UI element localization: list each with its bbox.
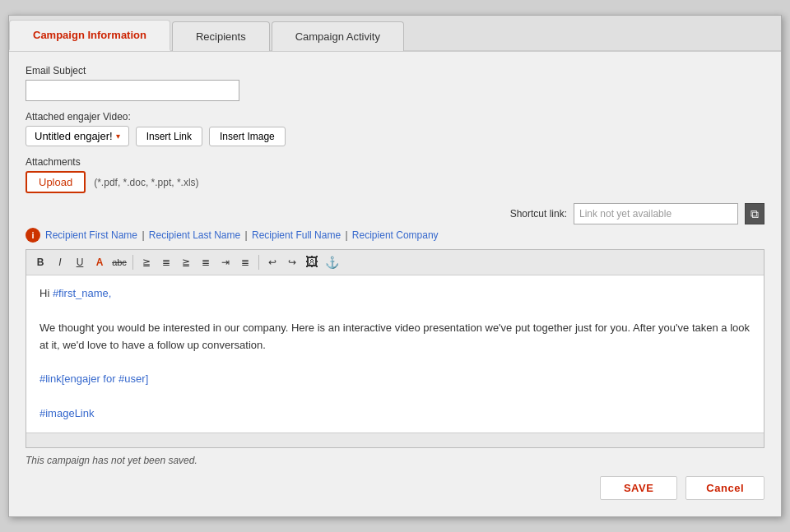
tab-campaign-activity[interactable]: Campaign Activity xyxy=(272,21,404,51)
recipient-full-name-link[interactable]: Recipient Full Name xyxy=(252,229,341,241)
align-left-button[interactable]: ≧ xyxy=(137,253,156,271)
align-center-button[interactable]: ≣ xyxy=(157,253,175,271)
recipient-first-name-link[interactable]: Recipient First Name xyxy=(45,229,137,241)
tab-recipients[interactable]: Recipients xyxy=(172,21,270,51)
editor-line-link: #link[engajer for #user] xyxy=(40,371,750,388)
editor-status-bar xyxy=(26,433,764,447)
save-button[interactable]: SAVE xyxy=(600,476,677,500)
shortcut-copy-button[interactable]: ⧉ xyxy=(745,203,764,224)
attach-controls: Upload (*.pdf, *.doc, *.ppt, *.xls) xyxy=(26,171,764,193)
attached-video-label: Attached engajer Video: xyxy=(26,111,764,123)
video-dropdown[interactable]: Untitled engajer! ▾ xyxy=(26,126,129,146)
redo-button[interactable]: ↪ xyxy=(283,253,301,271)
editor-body[interactable]: Hi #first_name, We thought you would be … xyxy=(26,275,764,432)
italic-button[interactable]: I xyxy=(51,253,69,271)
undo-button[interactable]: ↩ xyxy=(263,253,281,271)
not-saved-message: This campaign has not yet been saved. xyxy=(26,455,764,466)
recipient-links: Recipient First Name | Recipient Last Na… xyxy=(45,229,439,241)
align-right-button[interactable]: ≧ xyxy=(177,253,195,271)
bold-button[interactable]: B xyxy=(31,253,49,271)
attachments-row: Attachments Upload (*.pdf, *.doc, *.ppt,… xyxy=(26,156,764,193)
justify-button[interactable]: ≣ xyxy=(197,253,215,271)
email-subject-input[interactable] xyxy=(26,80,239,101)
tab-bar: Campaign Information Recipients Campaign… xyxy=(9,16,781,52)
list-button[interactable]: ≣ xyxy=(236,253,254,271)
toolbar-divider-2 xyxy=(258,255,259,270)
toolbar-divider-1 xyxy=(132,255,133,270)
shortcut-link-input[interactable] xyxy=(574,203,738,224)
insert-link-button[interactable]: Insert Link xyxy=(136,127,202,146)
insert-image-toolbar-button[interactable]: 🖼 xyxy=(303,253,321,271)
image-link-placeholder: #imageLink xyxy=(40,407,95,419)
main-window: Campaign Information Recipients Campaign… xyxy=(8,15,782,516)
attached-video-row: Attached engajer Video: Untitled engajer… xyxy=(26,111,764,146)
info-icon: i xyxy=(26,228,40,243)
recipient-fields-row: i Recipient First Name | Recipient Last … xyxy=(26,228,764,243)
email-subject-label: Email Subject xyxy=(26,65,764,76)
attachments-label: Attachments xyxy=(26,156,764,168)
video-controls-row: Untitled engajer! ▾ Insert Link Insert I… xyxy=(26,126,764,146)
upload-button[interactable]: Upload xyxy=(26,171,86,193)
recipient-last-name-link[interactable]: Recipient Last Name xyxy=(149,229,240,241)
underline-button[interactable]: U xyxy=(71,253,89,271)
insert-link-toolbar-button[interactable]: ⚓ xyxy=(323,253,341,271)
copy-icon: ⧉ xyxy=(750,207,759,221)
indent-button[interactable]: ⇥ xyxy=(216,253,235,271)
email-subject-row: Email Subject xyxy=(26,65,764,101)
tab-campaign-information[interactable]: Campaign Information xyxy=(9,20,170,51)
first-name-placeholder: #first_name, xyxy=(53,287,112,299)
editor-line-body: We thought you would be interested in ou… xyxy=(40,320,750,354)
cancel-button[interactable]: Cancel xyxy=(685,476,764,500)
attach-hint: (*.pdf, *.doc, *.ppt, *.xls) xyxy=(94,177,198,188)
email-editor: B I U A abc ≧ ≣ ≧ ≣ ⇥ ≣ ↩ ↪ 🖼 ⚓ Hi #firs… xyxy=(26,249,764,447)
link-placeholder: #link[engajer for #user] xyxy=(40,372,148,385)
shortcut-link-row: Shortcut link: ⧉ xyxy=(26,203,764,224)
recipient-company-link[interactable]: Recipient Company xyxy=(352,229,439,241)
editor-line-greeting: Hi #first_name, xyxy=(40,285,750,303)
text-color-button[interactable]: A xyxy=(91,253,109,271)
insert-image-button[interactable]: Insert Image xyxy=(209,127,286,146)
strikethrough-button[interactable]: abc xyxy=(110,253,128,271)
shortcut-link-label: Shortcut link: xyxy=(510,208,567,220)
form-content: Email Subject Attached engajer Video: Un… xyxy=(9,52,781,516)
footer-buttons: SAVE Cancel xyxy=(26,476,764,503)
dropdown-arrow-icon: ▾ xyxy=(116,132,120,141)
editor-line-imagelink: #imageLink xyxy=(40,405,750,423)
editor-toolbar: B I U A abc ≧ ≣ ≧ ≣ ⇥ ≣ ↩ ↪ 🖼 ⚓ xyxy=(26,250,764,275)
